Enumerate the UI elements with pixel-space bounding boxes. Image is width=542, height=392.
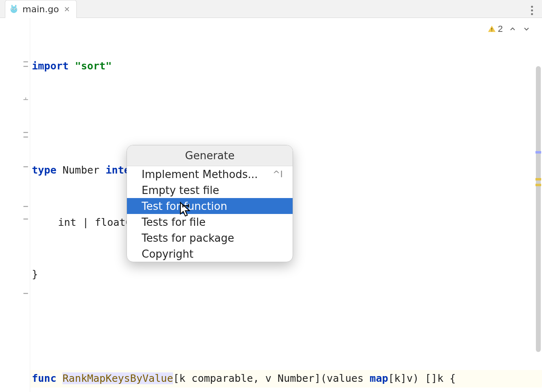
menu-item-label: Test for function: [142, 200, 227, 212]
next-highlight-icon[interactable]: [522, 25, 531, 33]
func-signature: [k]v) []k {: [388, 372, 456, 384]
generate-menu-item[interactable]: Empty test file: [127, 182, 293, 198]
keyword-type: type: [32, 164, 56, 176]
brace: }: [30, 266, 542, 283]
svg-point-5: [11, 4, 13, 7]
editor-tab-main-go[interactable]: main.go ✕: [5, 0, 77, 18]
generate-menu-item[interactable]: Implement Methods...^I: [127, 166, 293, 182]
type-name: Number: [56, 164, 105, 176]
menu-item-label: Empty test file: [142, 184, 219, 196]
scrollbar-thumb[interactable]: [536, 66, 541, 352]
menu-item-label: Implement Methods...: [142, 168, 258, 180]
fold-end-icon[interactable]: [22, 201, 29, 207]
keyword-import: import: [32, 60, 69, 72]
fold-collapse-icon[interactable]: [22, 218, 29, 225]
tab-filename: main.go: [22, 4, 59, 14]
popup-title: Generate: [127, 145, 293, 166]
svg-rect-8: [491, 31, 492, 31]
tab-bar: main.go ✕: [0, 0, 542, 18]
gutter: [0, 18, 30, 392]
inspections-widget[interactable]: 2: [487, 24, 531, 34]
generate-menu-item[interactable]: Test for function: [127, 198, 293, 214]
svg-rect-7: [491, 28, 492, 30]
menu-item-label: Tests for package: [142, 232, 234, 244]
func-signature: [k comparable, v Number](values: [173, 372, 370, 384]
svg-point-6: [15, 4, 17, 7]
fold-collapse-icon[interactable]: [22, 166, 29, 172]
generate-menu-item[interactable]: Tests for file: [127, 214, 293, 230]
warning-count: 2: [498, 24, 503, 34]
generate-menu-item[interactable]: Copyright: [127, 246, 293, 262]
vertical-scrollbar[interactable]: [535, 21, 542, 380]
close-tab-icon[interactable]: ✕: [63, 5, 71, 13]
warning-icon[interactable]: 2: [487, 24, 503, 34]
string-literal: "sort": [75, 60, 111, 72]
fold-end-icon[interactable]: [22, 288, 29, 294]
caret-marker[interactable]: [535, 151, 541, 154]
warning-marker[interactable]: [535, 184, 541, 186]
fold-collapse-icon[interactable]: [22, 131, 29, 138]
menu-item-label: Copyright: [142, 248, 193, 260]
menu-item-label: Tests for file: [142, 216, 206, 228]
svg-point-0: [11, 6, 17, 13]
generate-popup: Generate Implement Methods...^IEmpty tes…: [127, 145, 293, 262]
menu-item-shortcut: ^I: [273, 169, 283, 179]
more-options-icon[interactable]: [531, 6, 533, 15]
fold-end-icon[interactable]: [22, 96, 29, 103]
blank-line: [30, 110, 542, 127]
function-name: RankMapKeysByValue: [62, 372, 173, 384]
fold-collapse-icon[interactable]: [22, 61, 29, 67]
generate-menu-item[interactable]: Tests for package: [127, 230, 293, 246]
svg-point-3: [12, 9, 13, 9]
go-file-icon: [9, 4, 18, 15]
svg-point-4: [15, 9, 16, 9]
prev-highlight-icon[interactable]: [509, 25, 517, 33]
keyword-map: map: [370, 372, 388, 384]
warning-marker[interactable]: [535, 178, 541, 180]
blank-line: [30, 318, 542, 336]
keyword-func: func: [32, 372, 56, 384]
